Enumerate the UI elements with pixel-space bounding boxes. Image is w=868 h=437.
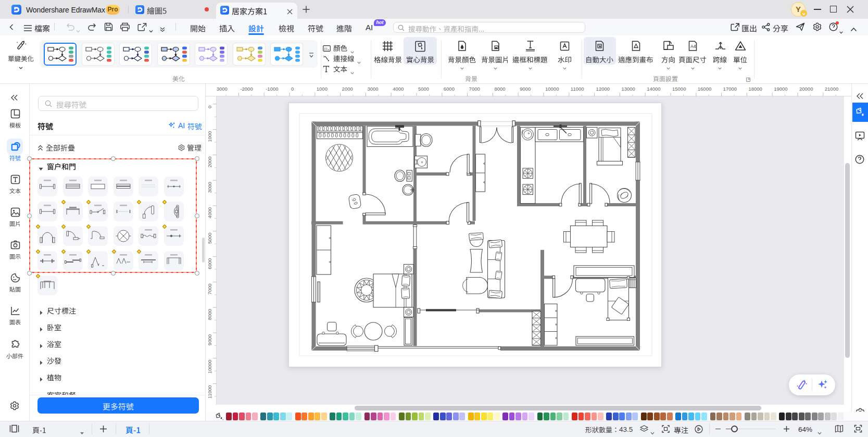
svg-text:9000: 9000 — [520, 86, 531, 92]
svg-text:6000: 6000 — [207, 258, 212, 269]
svg-text:19000: 19000 — [774, 86, 787, 92]
svg-text:7000: 7000 — [207, 283, 212, 294]
svg-text:8000: 8000 — [207, 309, 212, 320]
svg-text:18000: 18000 — [748, 86, 762, 92]
svg-text:10000: 10000 — [207, 360, 212, 373]
svg-text:A4: A4 — [690, 44, 696, 49]
svg-text:15000: 15000 — [672, 86, 686, 92]
svg-text:20000: 20000 — [799, 86, 813, 92]
svg-text:0: 0 — [291, 86, 294, 92]
svg-text:5000: 5000 — [207, 233, 212, 244]
svg-text:2000: 2000 — [207, 156, 212, 167]
svg-text:7000: 7000 — [469, 86, 480, 92]
svg-text:3000: 3000 — [207, 182, 212, 193]
svg-text:12000: 12000 — [596, 86, 610, 92]
svg-text:11000: 11000 — [207, 385, 212, 399]
svg-text:5000: 5000 — [418, 86, 429, 92]
svg-text:-2000: -2000 — [240, 86, 253, 92]
svg-text:1000: 1000 — [317, 86, 328, 92]
svg-text:4000: 4000 — [207, 207, 212, 218]
svg-text:17000: 17000 — [723, 86, 737, 92]
svg-text:4000: 4000 — [393, 86, 404, 92]
svg-text:2000: 2000 — [342, 86, 353, 92]
svg-text:16000: 16000 — [698, 86, 711, 92]
svg-text:6000: 6000 — [444, 86, 455, 92]
svg-text:-1000: -1000 — [266, 86, 278, 92]
svg-text:14000: 14000 — [647, 86, 660, 92]
svg-text:11000: 11000 — [571, 86, 584, 92]
svg-text:9000: 9000 — [207, 334, 212, 345]
svg-text:-3000: -3000 — [217, 86, 228, 92]
svg-text:10000: 10000 — [545, 86, 559, 92]
svg-text:21000: 21000 — [825, 86, 838, 92]
svg-text:0: 0 — [207, 106, 212, 108]
svg-text:1000: 1000 — [207, 131, 212, 142]
svg-text:13000: 13000 — [621, 86, 635, 92]
svg-text:3000: 3000 — [367, 86, 378, 92]
svg-text:8000: 8000 — [494, 86, 505, 92]
